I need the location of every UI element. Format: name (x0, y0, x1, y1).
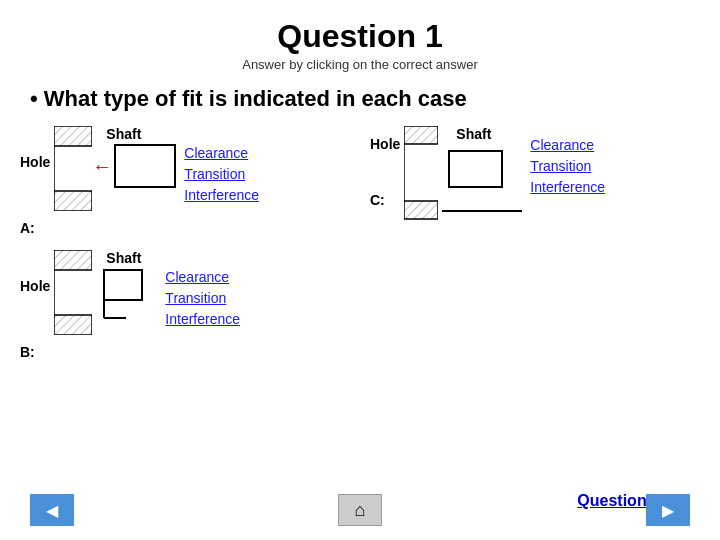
b-label: B: (20, 344, 50, 360)
hole-label-a: Hole (20, 154, 50, 170)
home-button[interactable]: ⌂ (338, 494, 382, 526)
shaft-label-a: Shaft (106, 126, 141, 142)
svg-rect-8 (104, 270, 142, 300)
nav-area: ◀ ⌂ ▶ (0, 494, 720, 526)
interference-btn-b[interactable]: Interference (165, 310, 240, 328)
clearance-btn-b[interactable]: Clearance (165, 268, 240, 286)
svg-rect-5 (54, 250, 92, 270)
forward-button[interactable]: ▶ (646, 494, 690, 526)
svg-rect-1 (54, 126, 92, 146)
shaft-label-c: Shaft (456, 126, 491, 142)
question-text: • What type of fit is indicated in each … (30, 86, 720, 112)
clearance-btn-c[interactable]: Clearance (530, 136, 605, 154)
a-label: A: (20, 220, 50, 236)
hole-hatch-c (404, 126, 438, 225)
subtitle: Answer by clicking on the correct answer (0, 57, 720, 72)
shaft-box-c (448, 150, 503, 188)
diagram-a: Hole A: (20, 126, 350, 236)
svg-rect-13 (404, 201, 438, 219)
c-label: C: (370, 192, 400, 208)
diagram-b: Hole B: Shaft (20, 250, 350, 360)
hole-label-b: Hole (20, 278, 50, 294)
clearance-btn-a[interactable]: Clearance (184, 144, 259, 162)
transition-btn-c[interactable]: Transition (530, 157, 605, 175)
interference-btn-c[interactable]: Interference (530, 178, 605, 196)
svg-rect-12 (404, 126, 438, 144)
shaft-label-b: Shaft (106, 250, 141, 266)
transition-btn-a[interactable]: Transition (184, 165, 259, 183)
left-arrow-a: ← (92, 156, 112, 176)
interference-btn-a[interactable]: Interference (184, 186, 259, 204)
svg-rect-2 (54, 191, 92, 211)
svg-rect-6 (54, 315, 92, 335)
page-title: Question 1 (0, 0, 720, 55)
back-button[interactable]: ◀ (30, 494, 74, 526)
shaft-box-a (114, 144, 176, 188)
hole-hatch-left-a (54, 126, 92, 215)
diagram-c: Hole C: Shaft (370, 126, 700, 225)
transition-btn-b[interactable]: Transition (165, 289, 240, 307)
hole-hatch-left-b (54, 250, 92, 339)
hole-label-c: Hole (370, 136, 400, 152)
